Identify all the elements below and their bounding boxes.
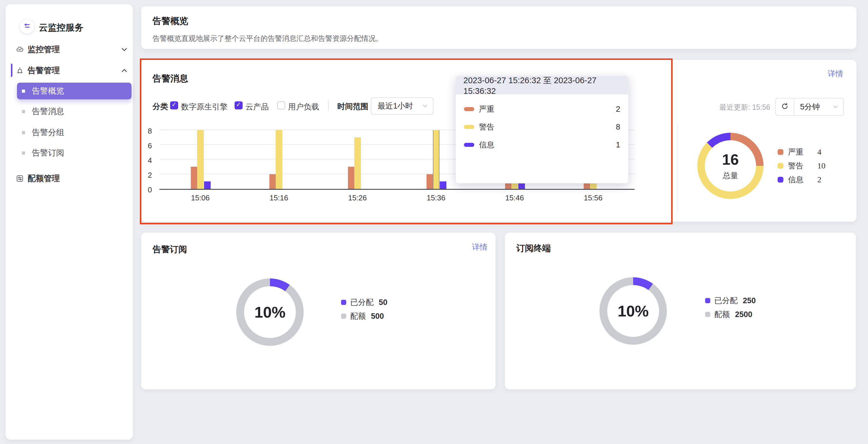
subscription-legend: 已分配 50 配额 500 bbox=[341, 295, 388, 323]
sidebar: 云监控服务 监控管理 告警管理 bbox=[5, 4, 133, 440]
y-tick-label: 8 bbox=[135, 127, 152, 136]
sidebar-item-label: 告警管理 bbox=[28, 65, 60, 76]
category-filter-label: 分类 bbox=[153, 101, 168, 112]
alarm-subscription-title: 告警订阅 bbox=[153, 244, 187, 256]
time-range-select[interactable]: 最近1小时 bbox=[371, 97, 433, 115]
time-range-label: 时间范围 bbox=[337, 101, 368, 112]
terminal-percent: 10% bbox=[618, 302, 649, 320]
panel-divider bbox=[678, 124, 678, 211]
sidebar-item-monitor-mgmt[interactable]: 监控管理 bbox=[5, 41, 133, 58]
donut-center: 10% bbox=[244, 286, 296, 338]
collapse-menu-icon bbox=[23, 22, 31, 31]
checkbox-label[interactable]: 云产品 bbox=[246, 101, 269, 112]
allocated-swatch bbox=[705, 298, 710, 303]
total-label: 总量 bbox=[723, 171, 738, 181]
x-tick-label: 15:26 bbox=[340, 194, 375, 202]
terminal-title: 订阅终端 bbox=[516, 242, 551, 254]
tooltip-row-warning: 警告 8 bbox=[464, 118, 620, 136]
x-tick-label: 15:16 bbox=[261, 194, 296, 202]
sidebar-item-label: 监控管理 bbox=[28, 44, 60, 55]
legend-item-warning[interactable]: 警告 10 bbox=[778, 159, 826, 173]
sidebar-item-label: 告警订阅 bbox=[32, 147, 64, 158]
bar-警告-15:16 bbox=[276, 130, 282, 189]
time-range-value: 最近1小时 bbox=[378, 101, 413, 111]
sidebar-item-alarm-messages[interactable]: 告警消息 bbox=[17, 103, 131, 120]
page-description: 告警概览直观地展示了整个云平台的告警消息汇总和告警资源分配情况。 bbox=[153, 34, 383, 43]
bullet-icon bbox=[22, 110, 25, 113]
checkbox-label[interactable]: 用户负载 bbox=[288, 101, 319, 112]
bullet-icon bbox=[22, 90, 25, 93]
y-tick-label: 0 bbox=[135, 185, 152, 195]
refresh-control-group: 5分钟 bbox=[775, 98, 844, 116]
bar-信息-15:36 bbox=[440, 181, 446, 189]
y-tick-label: 2 bbox=[135, 171, 152, 180]
sidebar-item-label: 告警概览 bbox=[32, 86, 64, 96]
bar-警告-15:06 bbox=[197, 130, 204, 189]
sidebar-item-alarm-overview[interactable]: 告警概览 bbox=[17, 83, 131, 99]
sidebar-item-alarm-subscription[interactable]: 告警订阅 bbox=[17, 145, 131, 161]
bar-信息-15:06 bbox=[204, 181, 211, 189]
tooltip-row-critical: 严重 2 bbox=[464, 100, 620, 118]
bar-chart-y-axis: 02468 bbox=[135, 129, 154, 193]
alarm-subscription-donut: 10% bbox=[236, 278, 304, 346]
x-tick-label: 15:36 bbox=[419, 194, 453, 202]
quota-swatch bbox=[705, 312, 710, 317]
bar-chart-x-axis: 15:0615:1615:2615:3615:4615:56 bbox=[159, 194, 634, 205]
bar-严重-15:16 bbox=[269, 174, 276, 189]
summary-detail-link[interactable]: 详情 bbox=[828, 68, 843, 79]
legend-item-allocated[interactable]: 已分配 50 bbox=[341, 295, 388, 309]
sidebar-item-quota-mgmt[interactable]: 配额管理 bbox=[5, 170, 133, 187]
sidebar-item-alarm-groups[interactable]: 告警分组 bbox=[17, 124, 131, 141]
allocated-swatch bbox=[341, 300, 346, 305]
legend-item-quota[interactable]: 配额 2500 bbox=[705, 307, 756, 321]
checkbox-cloud-product[interactable] bbox=[235, 101, 243, 110]
checkbox-native-engine[interactable] bbox=[170, 101, 178, 110]
legend-item-info[interactable]: 信息 2 bbox=[778, 173, 826, 186]
sidebar-item-label: 配额管理 bbox=[28, 173, 60, 184]
sidebar-item-label: 告警分组 bbox=[32, 127, 64, 138]
legend-item-critical[interactable]: 严重 4 bbox=[778, 145, 826, 159]
alarm-subscription-card bbox=[141, 233, 496, 389]
legend-item-quota[interactable]: 配额 500 bbox=[341, 309, 388, 323]
bullet-icon bbox=[22, 151, 25, 155]
donut-center: 10% bbox=[607, 285, 659, 337]
bar-严重-15:26 bbox=[348, 167, 354, 189]
donut-center: 16 总量 bbox=[705, 140, 756, 191]
x-tick-label: 15:56 bbox=[576, 194, 611, 202]
alarm-siren-icon bbox=[16, 66, 24, 75]
y-tick-label: 4 bbox=[135, 156, 152, 165]
app-logo[interactable] bbox=[20, 19, 34, 34]
warning-swatch bbox=[464, 125, 474, 129]
chart-tooltip: 2023-06-27 15:26:32 至 2023-06-27 15:36:3… bbox=[456, 76, 628, 183]
sidebar-item-alarm-mgmt[interactable]: 告警管理 bbox=[5, 62, 133, 79]
bar-严重-15:36 bbox=[427, 174, 433, 189]
alarm-messages-title: 告警消息 bbox=[153, 72, 188, 85]
bar-警告-15:26 bbox=[354, 137, 361, 189]
tooltip-row-info: 信息 1 bbox=[464, 136, 620, 154]
warning-swatch bbox=[778, 163, 783, 169]
y-tick-label: 6 bbox=[135, 141, 152, 150]
sidebar-item-label: 告警消息 bbox=[32, 106, 64, 117]
checkbox-user-load[interactable] bbox=[277, 101, 285, 110]
subscription-terminal-card bbox=[505, 233, 856, 389]
cloud-monitoring-dashboard: 云监控服务 监控管理 告警管理 bbox=[0, 0, 868, 444]
bullet-icon bbox=[22, 131, 25, 134]
total-value: 16 bbox=[722, 151, 739, 168]
subscription-detail-link[interactable]: 详情 bbox=[472, 242, 488, 252]
chevron-down-icon bbox=[120, 45, 129, 54]
overview-card: 告警概览 告警概览直观地展示了整个云平台的告警消息汇总和告警资源分配情况。 bbox=[141, 6, 857, 49]
alarm-total-donut: 16 总量 bbox=[698, 133, 764, 199]
filter-divider bbox=[328, 100, 329, 111]
critical-swatch bbox=[778, 149, 783, 155]
refresh-button[interactable] bbox=[776, 98, 794, 115]
interval-select[interactable]: 5分钟 bbox=[794, 98, 843, 115]
x-tick-label: 15:06 bbox=[183, 194, 218, 202]
bar-严重-15:06 bbox=[191, 167, 197, 189]
page-title: 告警概览 bbox=[153, 15, 188, 27]
checkbox-label[interactable]: 数字原生引擎 bbox=[181, 101, 228, 112]
info-swatch bbox=[464, 143, 474, 147]
quota-sliders-icon bbox=[16, 175, 24, 182]
legend-item-allocated[interactable]: 已分配 250 bbox=[705, 294, 756, 307]
cloud-monitor-icon bbox=[16, 46, 24, 54]
bar-警告-15:36 bbox=[433, 130, 439, 189]
